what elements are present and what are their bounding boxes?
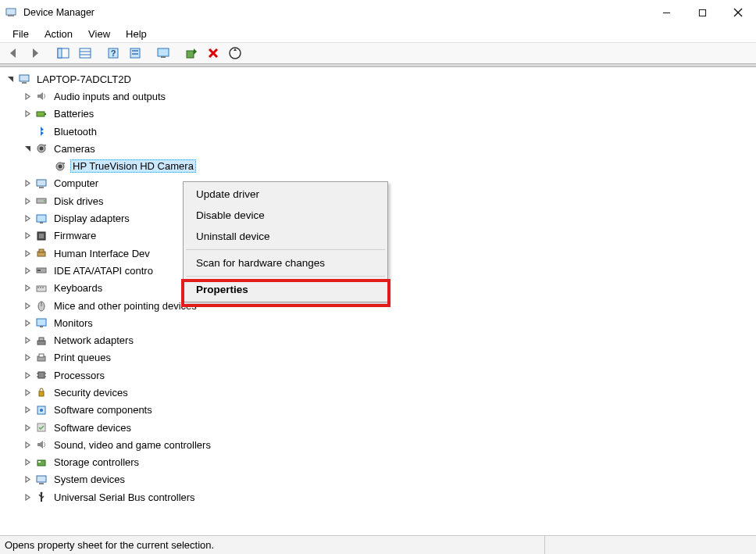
menubar: File Action View Help [0,25,756,42]
collapse-icon[interactable] [5,73,16,84]
expand-icon[interactable] [22,439,33,450]
show-hide-tree-button[interactable] [53,44,73,63]
device-category[interactable]: Batteries [0,105,756,123]
expand-icon[interactable] [22,457,33,468]
svg-rect-69 [39,483,44,484]
back-button[interactable] [3,44,23,63]
forward-button[interactable] [25,44,45,63]
context-menu-item[interactable]: Properties [185,279,386,300]
svg-rect-37 [37,215,46,222]
category-button[interactable] [75,44,95,63]
svg-point-64 [40,409,43,412]
monitor-button[interactable] [153,44,173,63]
expand-icon[interactable] [22,109,33,120]
device-category[interactable]: Sound, video and game controllers [0,436,756,453]
expand-icon[interactable] [22,491,33,502]
tree-item-label: Sound, video and game controllers [52,438,213,452]
computer-icon [34,177,48,191]
expand-icon[interactable] [22,213,33,224]
expand-icon[interactable] [22,387,33,398]
collapse-icon[interactable] [22,143,33,154]
tree-item-label: Firmware [52,229,98,242]
expand-icon[interactable] [22,195,33,206]
mouse-icon [34,298,48,313]
expand-icon[interactable] [22,91,33,102]
expand-icon[interactable] [22,474,33,485]
sound-icon [34,438,48,452]
battery-icon [34,107,48,121]
expand-icon[interactable] [22,126,33,137]
expand-icon[interactable] [22,352,33,363]
expand-icon[interactable] [22,265,33,276]
status-bar: Opens property sheet for the current sel… [0,535,756,554]
menu-action[interactable]: Action [37,27,80,41]
device-category[interactable]: Print queues [0,349,756,366]
context-menu-separator [186,249,385,250]
help-button[interactable]: ? [103,44,123,63]
system-icon [34,473,48,487]
svg-point-36 [44,200,45,202]
expand-icon[interactable] [22,300,33,311]
tree-item-label: Processors [52,369,107,382]
context-menu-item[interactable]: Uninstall device [185,226,386,247]
context-menu-item[interactable]: Scan for hardware changes [185,252,386,273]
tree-item-label: Display adapters [52,212,132,225]
expand-icon[interactable] [22,248,33,259]
device-category[interactable]: Software components [0,402,756,419]
tree-item-label: HP TrueVision HD Camera [70,159,196,173]
tree-item-label: Human Interface Dev [52,247,152,260]
action-button[interactable] [125,44,145,63]
expand-icon[interactable] [22,370,33,381]
menu-file[interactable]: File [5,27,37,41]
device-category[interactable]: System devices [0,471,756,488]
monitor-icon [34,316,48,330]
uninstall-button[interactable] [203,44,223,63]
app-icon [5,6,17,19]
device-category[interactable]: Security devices [0,384,756,401]
expand-icon[interactable] [22,178,33,189]
device-category[interactable]: Cameras [0,140,756,157]
keyboard-icon [34,281,48,295]
svg-rect-33 [37,180,46,186]
tree-item-label: Audio inputs and outputs [52,90,168,103]
device-category[interactable]: LAPTOP-7ADCLT2D [0,70,756,88]
svg-rect-1 [8,15,14,16]
svg-rect-57 [38,372,45,378]
device-category[interactable]: Network adapters [0,331,756,348]
svg-point-70 [41,492,43,495]
tree-item-label: Keyboards [52,281,105,295]
menu-help[interactable]: Help [118,27,155,41]
expand-icon[interactable] [22,335,33,346]
expand-icon[interactable] [22,422,33,433]
tree-item-label: System devices [52,473,127,486]
device-category[interactable]: Processors [0,366,756,384]
expand-icon[interactable] [22,231,33,241]
software-device-icon [34,420,48,434]
bluetooth-icon [34,124,48,138]
scan-button[interactable] [225,44,245,63]
expand-icon[interactable] [22,405,33,416]
device-category[interactable]: Bluetooth [0,123,756,140]
context-menu-item[interactable]: Update driver [185,184,386,205]
device-category[interactable]: Storage controllers [0,454,756,471]
device-category[interactable]: Software devices [0,419,756,436]
tree-item-label: Software components [52,403,155,416]
expand-icon[interactable] [22,317,33,328]
expand-icon[interactable] [22,283,33,294]
update-driver-button[interactable] [181,44,201,63]
menu-view[interactable]: View [80,27,118,41]
context-menu-item[interactable]: Disable device [185,205,386,226]
printer-icon [34,351,48,365]
device-category[interactable]: Monitors [0,314,756,331]
device-category[interactable]: Universal Serial Bus controllers [0,488,756,506]
svg-rect-48 [42,287,44,288]
storage-icon [34,456,48,470]
svg-rect-17 [158,48,169,56]
device-leaf[interactable]: HP TrueVision HD Camera [0,157,756,174]
maximize-button[interactable] [684,0,720,25]
network-icon [34,334,48,348]
device-category[interactable]: Audio inputs and outputs [0,88,756,105]
svg-rect-47 [40,287,41,288]
minimize-button[interactable] [648,0,684,25]
close-button[interactable] [720,0,756,25]
